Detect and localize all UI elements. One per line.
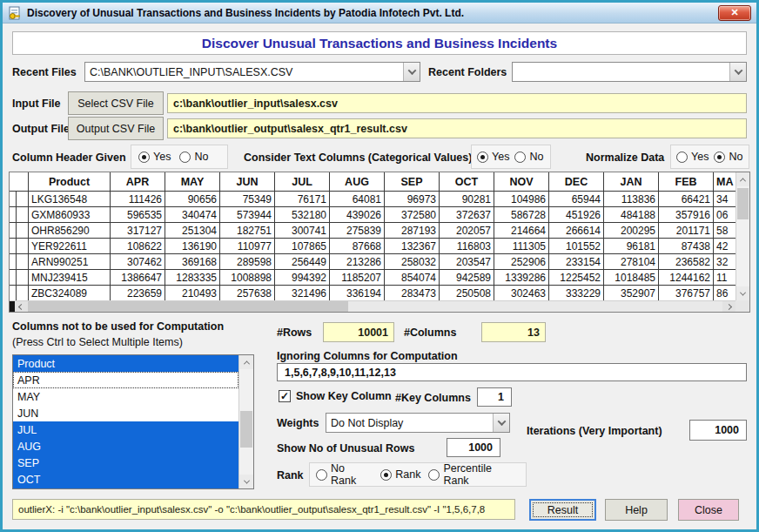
list-item[interactable]: JUN xyxy=(13,405,238,421)
scroll-left-button[interactable] xyxy=(15,301,28,312)
grid-cell[interactable]: 266614 xyxy=(549,223,604,239)
grid-cell[interactable]: 333229 xyxy=(549,286,604,300)
grid-column-header[interactable]: MAY xyxy=(165,172,220,192)
row-fixed-cell[interactable] xyxy=(17,254,29,270)
scroll-down-button[interactable] xyxy=(736,286,749,300)
grid-cell[interactable]: 203547 xyxy=(440,254,494,270)
grid-cell[interactable]: 87438 xyxy=(659,239,714,254)
grid-column-header[interactable]: Product xyxy=(29,172,111,192)
weights-combo[interactable]: Do Not Display xyxy=(326,413,510,433)
column-header-yes-radio[interactable]: Yes xyxy=(138,151,171,163)
grid-cell[interactable]: 372580 xyxy=(385,207,440,223)
grid-cell[interactable]: 116803 xyxy=(440,239,494,254)
grid-row[interactable]: OHR8562903171272513041827513007412758392… xyxy=(10,223,735,239)
command-line-field[interactable]: outlierX: -i "c:\bank\outlier_input\sale… xyxy=(12,499,515,520)
grid-cell[interactable]: 104986 xyxy=(494,192,549,207)
row-fixed-cell[interactable] xyxy=(17,239,29,254)
grid-cell[interactable]: 1185207 xyxy=(330,270,385,286)
grid-column-header[interactable]: JUL xyxy=(275,172,330,192)
grid-cell[interactable]: 65944 xyxy=(549,192,604,207)
list-item[interactable]: AUG xyxy=(13,438,238,455)
iterations-input[interactable]: 1000 xyxy=(689,420,747,441)
grid-cell[interactable]: 108622 xyxy=(111,239,165,254)
grid-cell[interactable]: 110977 xyxy=(220,239,275,254)
grid-column-header[interactable]: MA xyxy=(714,172,735,192)
grid-cell[interactable]: 994392 xyxy=(275,270,330,286)
exclude-columns-listbox[interactable]: ProductAPRMAYJUNJULAUGSEPOCTNOV xyxy=(12,354,254,489)
grid-cell[interactable]: 275839 xyxy=(330,223,385,239)
grid-cell[interactable]: 573944 xyxy=(220,207,275,223)
grid-cell[interactable]: 111426 xyxy=(111,192,165,207)
grid-cell[interactable]: 586728 xyxy=(494,207,549,223)
grid-cell[interactable]: 250508 xyxy=(440,286,494,300)
output-file-path-field[interactable]: c:\bank\outlier_output\salesx_qtr1_resul… xyxy=(167,118,747,138)
row-selector-cell[interactable] xyxy=(10,207,17,223)
row-selector-cell[interactable] xyxy=(10,254,17,270)
grid-cell[interactable]: 111305 xyxy=(494,239,549,254)
grid-cell[interactable]: 202057 xyxy=(440,223,494,239)
grid-cell[interactable]: 251304 xyxy=(165,223,220,239)
grid-cell[interactable]: 369168 xyxy=(165,254,220,270)
recent-files-combo[interactable]: C:\BANK\OUTLIER_INPUT\SALESX.CSV xyxy=(84,62,420,82)
grid-cell[interactable]: 258032 xyxy=(385,254,440,270)
row-selector-cell[interactable] xyxy=(10,239,17,254)
grid-cell[interactable]: 357916 xyxy=(659,207,714,223)
grid-cell[interactable]: 257638 xyxy=(220,286,275,300)
normalize-no-radio[interactable]: No xyxy=(714,151,742,163)
grid-vertical-scrollbar[interactable] xyxy=(735,172,749,300)
grid-cell[interactable]: 287193 xyxy=(385,223,440,239)
grid-cell[interactable]: 86 xyxy=(714,286,735,300)
row-selector-cell[interactable] xyxy=(10,223,17,239)
grid-column-header[interactable]: JAN xyxy=(604,172,659,192)
grid-cell[interactable]: 113836 xyxy=(604,192,659,207)
grid-cell[interactable]: 213286 xyxy=(330,254,385,270)
grid-cell[interactable]: 307462 xyxy=(111,254,165,270)
row-selector-cell[interactable] xyxy=(10,270,17,286)
grid-column-header[interactable]: FEB xyxy=(659,172,714,192)
grid-column-header[interactable]: SEP xyxy=(385,172,440,192)
help-button[interactable]: Help xyxy=(605,499,668,521)
recent-folders-dropdown-button[interactable] xyxy=(729,63,746,81)
grid-cell[interactable]: 256449 xyxy=(275,254,330,270)
grid-cell[interactable]: 182751 xyxy=(220,223,275,239)
row-fixed-cell[interactable] xyxy=(17,223,29,239)
grid-cell[interactable]: 352907 xyxy=(604,286,659,300)
list-item[interactable]: MAY xyxy=(13,388,238,405)
grid-cell[interactable]: 302463 xyxy=(494,286,549,300)
grid-cell[interactable]: 336194 xyxy=(330,286,385,300)
normalize-yes-radio[interactable]: Yes xyxy=(676,151,709,163)
grid-cell[interactable]: 317127 xyxy=(111,223,165,239)
grid-cell[interactable]: 1283335 xyxy=(165,270,220,286)
row-selector-cell[interactable] xyxy=(10,286,17,300)
grid-cell[interactable]: 32 xyxy=(714,254,735,270)
data-grid[interactable]: ProductAPRMAYJUNJULAUGSEPOCTNOVDECJANFEB… xyxy=(9,172,750,313)
grid-cell[interactable]: 283473 xyxy=(385,286,440,300)
text-columns-no-radio[interactable]: No xyxy=(514,151,543,163)
rank-option-radio[interactable]: No Rank xyxy=(316,462,373,487)
title-bar[interactable]: Discovery of Unusual Transactions and Bu… xyxy=(3,3,756,24)
grid-cell[interactable]: 136190 xyxy=(165,239,220,254)
ignoring-columns-input[interactable]: 1,5,6,7,8,9,10,11,12,13 xyxy=(277,363,747,381)
grid-cell[interactable]: 64081 xyxy=(330,192,385,207)
grid-cell[interactable]: 200295 xyxy=(604,223,659,239)
row-selector-cell[interactable] xyxy=(10,192,17,207)
grid-cell[interactable]: 484188 xyxy=(604,207,659,223)
grid-column-header[interactable]: JUN xyxy=(220,172,275,192)
column-header-no-radio[interactable]: No xyxy=(179,151,208,163)
vertical-scroll-thumb[interactable] xyxy=(737,188,749,219)
listbox-scroll-thumb[interactable] xyxy=(240,411,252,448)
rank-option-radio[interactable]: Rank xyxy=(380,468,420,481)
grid-cell[interactable]: 1339286 xyxy=(494,270,549,286)
horizontal-scroll-thumb[interactable] xyxy=(28,301,348,312)
grid-cell[interactable]: 66421 xyxy=(659,192,714,207)
grid-cell[interactable]: 1018485 xyxy=(604,270,659,286)
grid-cell[interactable]: 1008898 xyxy=(220,270,275,286)
grid-cell[interactable]: 96181 xyxy=(604,239,659,254)
grid-column-header[interactable]: APR xyxy=(111,172,165,192)
grid-cell[interactable]: 451926 xyxy=(549,207,604,223)
grid-cell[interactable]: 942589 xyxy=(440,270,494,286)
key-columns-input[interactable]: 1 xyxy=(477,387,512,407)
select-csv-file-button[interactable]: Select CSV File xyxy=(68,91,164,115)
grid-cell[interactable]: 214664 xyxy=(494,223,549,239)
grid-cell[interactable]: 96973 xyxy=(385,192,440,207)
